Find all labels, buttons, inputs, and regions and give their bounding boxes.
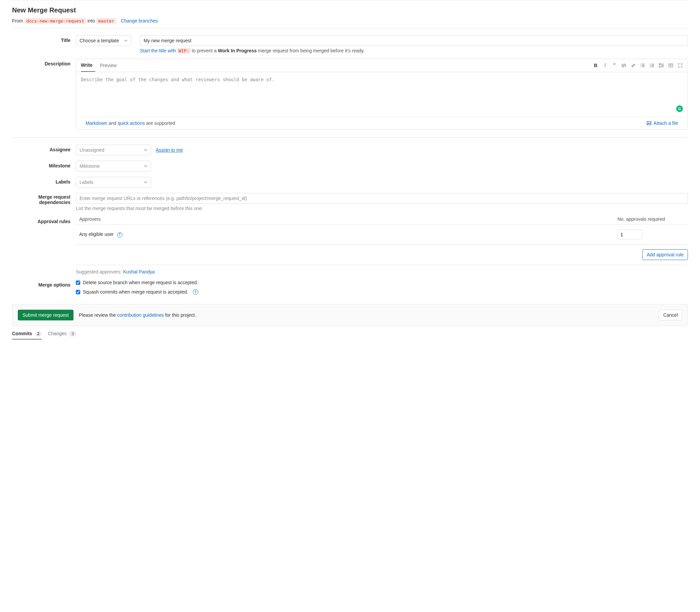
labels-label: Labels [12,177,76,187]
page-title: New Merge Request [12,6,688,14]
milestone-select[interactable]: Milestone [76,161,151,171]
squash-commits-option[interactable]: Squash commits when merge request is acc… [76,289,688,295]
title-hint: Start the title with WIP: to prevent a W… [140,48,688,53]
link-icon[interactable] [631,63,636,68]
add-approval-rule-button[interactable]: Add approval rule [642,249,688,260]
attach-file-button[interactable]: Attach a file [646,121,678,126]
into-label: into [87,18,95,24]
fullscreen-icon[interactable] [677,63,683,68]
contribution-guidelines-link[interactable]: contribution guidelines [117,312,164,318]
delete-source-branch-checkbox[interactable] [76,280,80,285]
branch-summary: From docs-new-merge-request into master … [12,18,688,24]
editor-footer-hint: Markdown and quick actions are supported [85,121,175,126]
template-select-value: Choose a template [80,38,119,43]
template-select[interactable]: Choose a template [76,35,131,46]
commits-tab[interactable]: Commits 2 [12,331,42,339]
submit-button[interactable]: Submit merge request [18,310,73,320]
wip-hint-link[interactable]: Start the title with WIP: [140,48,192,53]
editor-toolbar: B I ” 123 [593,63,683,68]
cancel-button[interactable]: Cancel [659,310,682,320]
task-list-icon[interactable] [659,63,664,68]
code-icon[interactable] [621,63,627,68]
approvals-required-input[interactable] [617,230,642,239]
chevron-down-icon [144,181,147,184]
approval-rule-name: Any eligible user [79,232,114,237]
title-label: Title [12,35,76,53]
changes-count: 3 [69,331,76,336]
image-icon [646,121,652,126]
squash-commits-checkbox[interactable] [76,290,80,294]
assign-to-me-link[interactable]: Assign to me [156,147,183,153]
svg-rect-7 [659,66,660,67]
help-icon[interactable]: ? [117,232,123,238]
preview-tab[interactable]: Preview [100,59,120,71]
approvers-col-header: Approvers [79,217,617,222]
italic-icon[interactable]: I [602,63,608,68]
bold-icon[interactable]: B [593,63,598,68]
commits-count: 2 [35,331,42,336]
bottom-tabs: Commits 2 Changes 3 [12,326,688,340]
dependencies-hint: List the merge requests that must be mer… [76,206,688,211]
quick-actions-link[interactable]: quick actions [118,121,145,126]
submit-bar: Submit merge request Please review the c… [12,304,688,326]
source-branch: docs-new-merge-request [25,18,86,24]
title-input[interactable] [140,35,688,46]
changes-tab[interactable]: Changes 3 [47,331,76,339]
dependencies-input[interactable] [76,193,688,204]
delete-source-branch-option[interactable]: Delete source branch when merge request … [76,280,688,285]
approvals-required-col-header: No. approvals required [617,217,685,222]
target-branch: master [96,18,116,24]
dependencies-label: Merge request dependencies [12,193,76,211]
description-label: Description [12,59,76,129]
change-branches-link[interactable]: Change branches [121,18,158,24]
bullet-list-icon[interactable] [640,63,645,68]
chevron-down-icon [124,39,127,42]
review-guidelines-text: Please review the contribution guideline… [79,312,196,318]
approval-rule-row: Any eligible user ? [76,225,688,245]
assignee-label: Assignee [12,144,76,155]
chevron-down-icon [144,148,147,152]
assignee-select[interactable]: Unassigned [76,144,151,155]
grammarly-icon: G [676,105,683,112]
milestone-label: Milestone [12,161,76,171]
ordered-list-icon[interactable]: 123 [649,63,655,68]
markdown-link[interactable]: Markdown [85,121,107,126]
quote-icon[interactable]: ” [612,63,617,68]
assignee-value: Unassigned [80,147,104,153]
milestone-value: Milestone [80,163,100,169]
svg-point-0 [641,64,641,65]
svg-point-1 [641,65,641,66]
labels-select[interactable]: Labels [76,177,151,187]
approval-label: Approval rules [12,217,76,275]
merge-options-label: Merge options [12,280,76,298]
svg-point-2 [641,67,641,67]
description-textarea[interactable] [76,72,688,116]
from-label: From [12,18,23,24]
svg-text:3: 3 [650,66,651,68]
chevron-down-icon [144,164,147,168]
write-tab[interactable]: Write [81,59,95,72]
suggested-approvers: Suggested approvers: Kushal Pandya [76,265,688,275]
table-icon[interactable] [668,63,673,68]
description-editor: Write Preview B I ” 123 [76,59,688,129]
help-icon[interactable]: ? [193,289,198,295]
suggested-approver-link[interactable]: Kushal Pandya [123,269,155,275]
labels-value: Labels [80,180,93,185]
